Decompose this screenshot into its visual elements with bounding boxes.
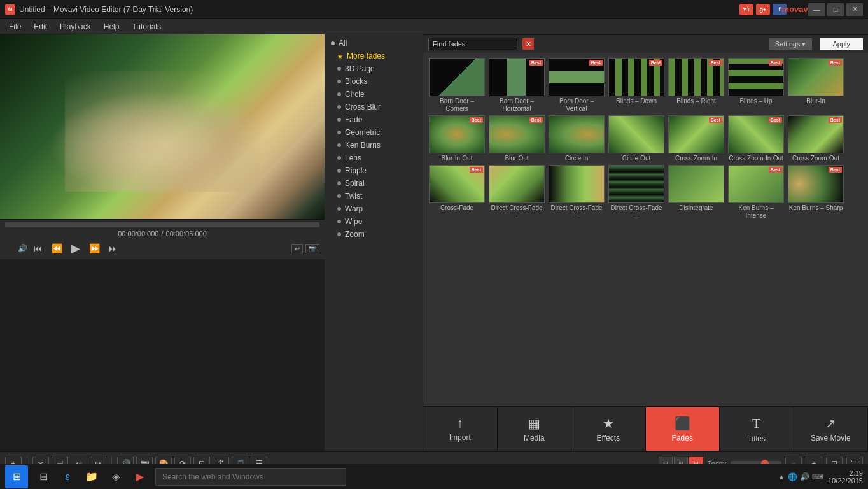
effect-circle-in[interactable]: Circle In [548,115,605,162]
effect-direct-cross-fade-3[interactable]: Direct Cross-Fade – [608,165,665,220]
sidebar-item-blocks[interactable]: Blocks [325,75,423,88]
menu-edit[interactable]: Edit [27,21,53,32]
effect-direct-cross-fade-2[interactable]: Direct Cross-Fade – [548,165,605,220]
taskbar-right: ▲ 🌐 🔊 ⌨ 2:19 10/22/2015 [778,469,863,485]
sidebar-item-more-fades[interactable]: ★ More fades [325,50,423,62]
effect-thumb-blinds-up: Best [728,58,784,96]
nav-fades-button[interactable]: ⬛ Fades [646,407,720,451]
keyboard-icon[interactable]: ⌨ [812,472,823,481]
sidebar-item-ripple[interactable]: Ripple [325,164,423,177]
effect-thumb-ken-burns-intense: Best [728,165,784,203]
nav-effects-button[interactable]: ★ Effects [571,407,646,451]
effect-blinds-up[interactable]: Best Blinds – Up [727,58,785,113]
sidebar-item-lens[interactable]: Lens [325,152,423,164]
system-tray-icons: ▲ 🌐 🔊 ⌨ [778,472,823,481]
close-button[interactable]: ✕ [846,3,863,16]
apply-button[interactable]: Apply [820,38,863,50]
effect-barn-door-vertical[interactable]: Best Barn Door – Vertical [548,58,605,113]
volume-icon[interactable]: 🔊 [18,244,27,253]
sidebar-item-fade[interactable]: Fade [325,113,423,126]
menu-help[interactable]: Help [97,21,126,32]
effect-thumb-cross-zoom-in-out: Best [728,115,784,153]
effect-cross-zoom-in-out[interactable]: Best Cross Zoom-In-Out [727,115,785,162]
sidebar-item-geometric[interactable]: Geometric [325,126,423,139]
effect-barn-door-horizontal[interactable]: Best Barn Door – Horizontal [488,58,545,113]
effect-blinds-right[interactable]: Best Blinds – Right [668,58,725,113]
clear-search-button[interactable]: ✕ [522,38,534,50]
effect-circle-out[interactable]: Circle Out [608,115,665,162]
effect-blur-out[interactable]: Best Blur-Out [488,115,545,162]
effect-ken-burns-sharp[interactable]: Best Ken Burns – Sharp [787,165,844,220]
network-icon[interactable]: 🌐 [788,472,797,481]
time-bar[interactable] [5,222,319,227]
taskbar-app-button[interactable]: ◈ [106,467,126,487]
effect-cross-fade[interactable]: Best Cross-Fade [428,165,486,220]
nav-titles-button[interactable]: T Titles [720,407,794,451]
start-button[interactable]: ⊞ [5,465,28,488]
taskbar-search[interactable] [155,468,346,486]
effect-thumb-cross-zoom-in: Best [668,115,724,153]
movavi-taskbar-button[interactable]: ▶ [130,467,150,487]
app-icon: M [5,4,15,15]
nav-media-button[interactable]: ▦ Media [498,407,572,451]
skip-to-start-button[interactable]: ⏮ [31,242,45,255]
effect-thumb-blur-in-out: Best [429,115,485,153]
effect-thumb-barn-door-corners [429,58,485,96]
minimize-button[interactable]: — [808,3,825,16]
rewind-button[interactable]: ⏪ [49,242,65,255]
google-plus-icon[interactable]: g+ [756,4,770,15]
play-button[interactable]: ▶ [69,240,83,257]
sidebar-item-wipe[interactable]: Wipe [325,215,423,228]
social-icons: YT g+ f movavi [739,4,803,15]
effects-grid: Barn Door – Corners Best Barn Door – Hor… [426,55,865,222]
effect-cross-zoom-in[interactable]: Best Cross Zoom-In [668,115,725,162]
effect-blur-in[interactable]: Best Blur-In [787,58,844,113]
effect-blinds-down[interactable]: Best Blinds – Down [608,58,665,113]
taskbar-icons: ⊟ ε 📁 ◈ ▶ [33,467,150,487]
clock-date: 10/22/2015 [828,477,863,485]
effect-cross-zoom-out[interactable]: Best Cross Zoom-Out [787,115,844,162]
sidebar-item-twist[interactable]: Twist [325,190,423,202]
effect-direct-cross-fade-1[interactable]: Direct Cross-Fade – [488,165,545,220]
taskbar-search-input[interactable] [162,472,339,481]
effect-thumb-cross-fade: Best [429,165,485,203]
edge-button[interactable]: ε [57,467,78,487]
sidebar-item-ken-burns[interactable]: Ken Burns [325,139,423,152]
menu-playback[interactable]: Playback [53,21,97,32]
sidebar-item-circle[interactable]: Circle [325,88,423,101]
sidebar-item-3d-page[interactable]: 3D Page [325,62,423,75]
nav-save-button[interactable]: ↗ Save Movie [794,407,869,451]
effect-blur-in-out[interactable]: Best Blur-In-Out [428,115,486,162]
sidebar-item-all[interactable]: All [325,37,423,50]
time-separator: / [161,230,163,237]
effect-ken-burns-intense[interactable]: Best Ken Burns – Intense [727,165,785,220]
show-hidden-icon[interactable]: ▲ [778,472,785,481]
playback-controls: 00:00:00.000 / 00:00:05.000 🔊 ⏮ ⏪ ▶ ⏩ ⏭ … [0,219,325,259]
title-left: M Untitled – Movavi Video Editor (7-Day … [5,4,193,15]
time-display: 00:00:00.000 / 00:00:05.000 [5,230,319,237]
sidebar-item-spiral[interactable]: Spiral [325,177,423,190]
effect-barn-door-corners[interactable]: Barn Door – Corners [428,58,486,113]
fast-forward-button[interactable]: ⏩ [87,242,102,255]
sidebar-item-zoom[interactable]: Zoom [325,228,423,241]
settings-button[interactable]: Settings ▾ [769,38,813,50]
menu-file[interactable]: File [3,21,27,32]
sidebar-item-cross-blur[interactable]: Cross Blur [325,101,423,113]
maximize-button[interactable]: □ [827,3,844,16]
skip-to-end-button[interactable]: ⏭ [106,242,120,255]
movavi-brand: movavi [789,4,803,15]
effect-thumb-disintegrate [668,165,724,203]
taskview-button[interactable]: ⊟ [33,467,53,487]
snapshot-button[interactable]: 📷 [305,244,319,253]
nav-import-button[interactable]: ↑ Import [423,407,498,451]
undo-button[interactable]: ↩ [291,244,303,253]
search-input[interactable] [428,38,517,50]
effect-disintegrate[interactable]: Disintegrate [668,165,725,220]
youtube-icon[interactable]: YT [739,4,753,15]
effect-thumb-circle-out [608,115,664,153]
title-bar: M Untitled – Movavi Video Editor (7-Day … [0,0,868,19]
sidebar-item-warp[interactable]: Warp [325,202,423,215]
menu-tutorials[interactable]: Tutorials [125,21,167,32]
explorer-button[interactable]: 📁 [81,467,102,487]
volume-tray-icon[interactable]: 🔊 [800,472,809,481]
